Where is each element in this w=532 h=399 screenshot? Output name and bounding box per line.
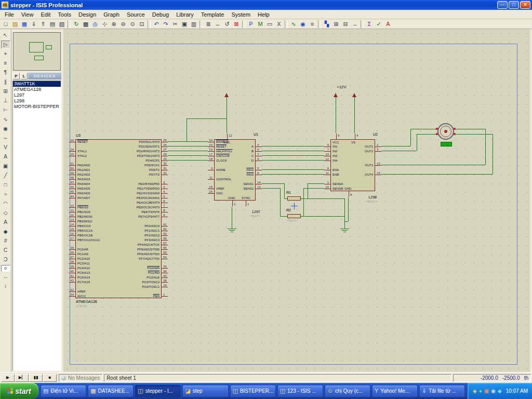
tray-icon-1[interactable]: ◈ — [473, 389, 477, 394]
pick-devices-button[interactable]: P — [12, 73, 20, 79]
packaging-tool-icon[interactable]: ▭ — [265, 20, 274, 29]
menu-item[interactable]: Debug — [149, 10, 172, 19]
component-u2-l298[interactable]: U2 9 VCC 4 VS 5 IN — [330, 139, 375, 191]
wire-label-mode-icon[interactable]: ≡ — [1, 59, 10, 68]
redraw-icon[interactable]: ↻ — [72, 20, 81, 29]
device-list-item[interactable]: L297 — [13, 92, 61, 98]
center-at-cursor-icon[interactable]: ⊹ — [100, 20, 109, 29]
start-button[interactable]: start — [0, 383, 38, 399]
redo-icon[interactable]: ↷ — [161, 20, 170, 29]
circle-2d-icon[interactable]: ○ — [1, 190, 10, 198]
component-u3-atmega128[interactable]: U3 20 RESET 24 XTAL1 23 XTAL2 — [75, 139, 162, 298]
text-2d-icon[interactable]: A — [1, 218, 10, 227]
menu-item[interactable]: View — [18, 10, 37, 19]
electrical-rule-check-icon[interactable]: ✓ — [374, 20, 383, 29]
power-net-label[interactable]: +12V — [337, 85, 347, 89]
taskbar-task[interactable]: ◪ step — [182, 385, 228, 397]
minimize-button[interactable]: — — [497, 1, 508, 9]
play-button[interactable]: ▶ — [1, 374, 15, 382]
menu-item[interactable]: Template — [197, 10, 228, 19]
menu-item[interactable]: Help — [254, 10, 273, 19]
menu-item[interactable]: Edit — [37, 10, 54, 19]
bill-of-materials-icon[interactable]: Σ — [365, 20, 374, 29]
block-copy-icon[interactable]: ≣ — [204, 20, 213, 29]
cut-icon[interactable]: ✂ — [170, 20, 180, 29]
search-tag-icon[interactable]: ◉ — [298, 20, 308, 29]
taskbar-task[interactable]: ◫ 123 - ISIS ... — [277, 385, 323, 397]
text-script-mode-icon[interactable]: ¶ — [1, 69, 10, 77]
maximize-button[interactable]: □ — [509, 1, 519, 9]
generator-mode-icon[interactable]: ∼ — [1, 134, 10, 142]
toolbar-icon[interactable] — [242, 20, 245, 28]
block-delete-icon[interactable]: ⊠ — [232, 20, 241, 29]
component-u1-l297[interactable]: U1 12 VCC 10 ENABLE 20 RESET 19 — [214, 139, 256, 201]
menu-item[interactable]: System — [228, 10, 254, 19]
pick-parts-icon[interactable]: P — [246, 20, 256, 29]
schematic-canvas[interactable]: +12V U3 20 RESET — [63, 29, 530, 372]
part-ref[interactable]: U2 — [373, 132, 378, 136]
toolbar-icon[interactable] — [200, 20, 203, 28]
toolbar-icon[interactable] — [318, 20, 321, 28]
block-move-icon[interactable]: ↔ — [213, 20, 222, 29]
arc-2d-icon[interactable]: ◠ — [1, 200, 10, 208]
zoom-out-icon[interactable]: ⊖ — [118, 20, 128, 29]
new-sheet-icon[interactable]: ⊞ — [331, 20, 341, 29]
selection-mode-icon[interactable]: ↖ — [1, 31, 10, 39]
device-list-item[interactable]: L298 — [13, 98, 61, 104]
taskbar-task[interactable]: ▦ DATASHEE... — [88, 385, 134, 397]
taskbar-task[interactable]: ☺ chị Quy (c... — [325, 385, 370, 397]
resistor-r2[interactable] — [287, 214, 301, 218]
property-assignment-icon[interactable]: ≡ — [308, 20, 317, 29]
block-rotate-icon[interactable]: ↺ — [222, 20, 232, 29]
subcircuit-mode-icon[interactable]: ⊞ — [1, 87, 10, 96]
taskbar-task[interactable]: Y Yahoo! Me... — [372, 385, 418, 397]
part-ref[interactable]: R1 — [286, 191, 291, 194]
design-explorer-icon[interactable]: ▚ — [322, 20, 331, 29]
toolbar-icon[interactable] — [285, 20, 288, 28]
taskbar-task[interactable]: ▤ Điện tử Vi... — [41, 385, 86, 397]
resistor-r1[interactable] — [287, 196, 301, 201]
toggle-grid-icon[interactable]: ▩ — [81, 20, 90, 29]
component-mode-icon[interactable]: ▷ — [1, 41, 10, 49]
netlist-to-ares-icon[interactable]: A — [383, 20, 393, 29]
power-terminal[interactable] — [224, 93, 229, 97]
device-list-item[interactable]: 3WATT1K — [13, 81, 61, 87]
library-button[interactable]: L — [20, 73, 28, 79]
menu-item[interactable]: Source — [123, 10, 149, 19]
zoom-area-icon[interactable]: ⊡ — [137, 20, 147, 29]
current-probe-mode-icon[interactable]: A — [1, 153, 10, 161]
stepper-motor[interactable] — [437, 123, 454, 140]
decompose-icon[interactable]: X — [274, 20, 284, 29]
tray-icon-5[interactable]: ◆ — [498, 389, 502, 394]
rotation-angle-field[interactable]: 0 — [1, 265, 10, 272]
new-design-icon[interactable]: □ — [1, 20, 10, 29]
part-ref[interactable]: U1 — [254, 132, 258, 136]
menu-item[interactable]: Design — [75, 10, 100, 19]
stop-button[interactable]: ■ — [43, 374, 57, 382]
part-value[interactable]: L297 — [252, 210, 260, 214]
taskbar-task[interactable]: ◫ stepper - I... — [135, 385, 181, 397]
menu-item[interactable]: Library — [172, 10, 197, 19]
mirror-x-button[interactable]: ↔ — [1, 273, 10, 281]
part-ref[interactable]: U3 — [76, 134, 81, 137]
menu-item[interactable]: Tools — [54, 10, 75, 19]
power-terminal[interactable] — [334, 93, 338, 97]
terminal-mode-icon[interactable]: ⊥ — [1, 97, 10, 105]
box-2d-icon[interactable]: □ — [1, 181, 10, 189]
device-list-item[interactable]: ATMEGA128 — [13, 87, 61, 92]
overview-minimap[interactable] — [13, 32, 61, 71]
graph-mode-icon[interactable]: ∿ — [1, 115, 10, 124]
make-device-icon[interactable]: M — [256, 20, 265, 29]
path-2d-icon[interactable]: ◇ — [1, 209, 10, 217]
toolbar-icon[interactable] — [148, 20, 151, 28]
paste-icon[interactable]: ▥ — [189, 20, 198, 29]
save-design-icon[interactable]: ▦ — [20, 20, 29, 29]
print-icon[interactable]: ▤ — [48, 20, 57, 29]
toolbar-icon[interactable] — [361, 20, 364, 28]
part-value[interactable]: ATMEGA128 — [76, 300, 97, 303]
part-value[interactable]: L298 — [368, 195, 377, 199]
toolbar-icon[interactable] — [68, 20, 71, 28]
bus-mode-icon[interactable]: ∥ — [1, 78, 10, 86]
taskbar-task[interactable]: ◫ BISTEPPER... — [230, 385, 276, 397]
rotate-clockwise-button[interactable]: C — [1, 246, 10, 255]
